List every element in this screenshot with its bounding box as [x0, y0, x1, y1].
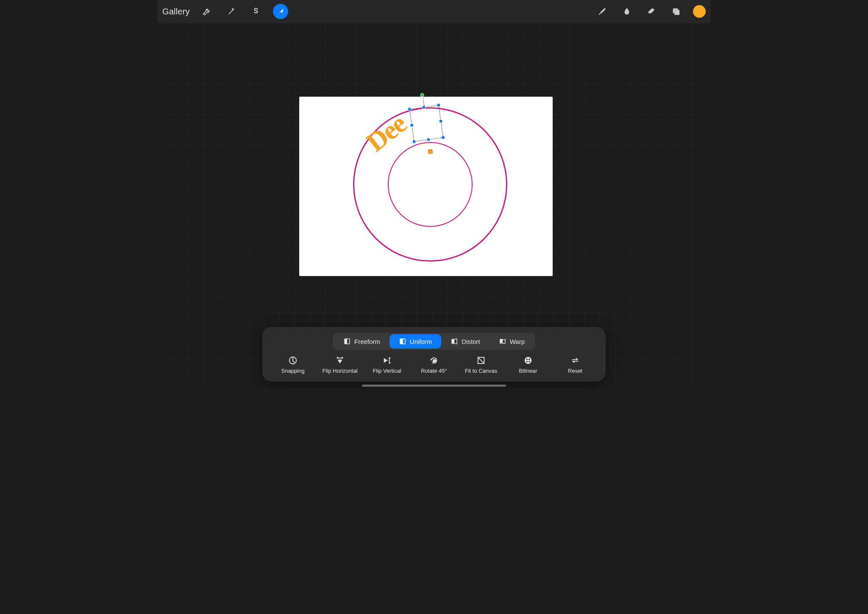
action-interpolation-bilinear[interactable]: Bilinear [507, 356, 549, 374]
layers-icon[interactable] [668, 4, 684, 19]
anchor-handle[interactable] [428, 149, 433, 154]
svg-point-14 [529, 361, 530, 363]
action-flip-h-label: Flip Horizontal [322, 368, 357, 374]
svg-point-13 [526, 361, 528, 363]
action-reset-label: Reset [568, 368, 582, 374]
handle-left[interactable] [410, 123, 414, 127]
transform-arrow-icon[interactable] [273, 4, 288, 19]
top-toolbar: Gallery [157, 0, 711, 23]
svg-rect-8 [433, 359, 436, 363]
action-flip-v-label: Flip Vertical [373, 368, 401, 374]
smudge-icon[interactable] [619, 4, 634, 19]
eraser-icon[interactable] [644, 4, 659, 19]
handle-top-left[interactable] [407, 107, 412, 112]
svg-rect-4 [345, 339, 347, 344]
svg-rect-6 [400, 339, 403, 344]
mode-freeform[interactable]: Freeform [334, 334, 389, 349]
home-indicator [362, 385, 506, 387]
selection-s-icon[interactable] [248, 4, 264, 19]
adjustments-wand-icon[interactable] [224, 4, 239, 19]
svg-point-10 [525, 357, 532, 364]
action-fit-to-canvas[interactable]: Fit to Canvas [460, 356, 502, 374]
artwork-inner-ring [388, 142, 473, 227]
svg-point-11 [526, 358, 528, 360]
actions-wrench-icon[interactable] [199, 4, 214, 19]
transform-mode-segmented: Freeform Uniform Distort Warp [333, 333, 535, 350]
mode-distort[interactable]: Distort [441, 334, 489, 349]
transform-panel: Freeform Uniform Distort Warp Snapping F… [262, 327, 606, 382]
brush-icon[interactable] [595, 4, 610, 19]
action-rotate-label: Rotate 45° [421, 368, 447, 374]
mode-freeform-label: Freeform [354, 338, 380, 345]
action-flip-horizontal[interactable]: Flip Horizontal [319, 356, 361, 374]
mode-uniform-label: Uniform [410, 338, 432, 345]
action-snapping-label: Snapping [281, 368, 305, 374]
gallery-button[interactable]: Gallery [162, 7, 190, 17]
color-swatch[interactable] [693, 5, 706, 18]
action-bilinear-label: Bilinear [519, 368, 537, 374]
mode-uniform[interactable]: Uniform [389, 334, 442, 349]
action-snapping[interactable]: Snapping [272, 356, 314, 374]
svg-rect-2 [674, 10, 679, 15]
handle-top[interactable] [422, 105, 426, 109]
transform-selection-box[interactable] [409, 105, 443, 142]
mode-warp[interactable]: Warp [490, 334, 534, 349]
action-reset[interactable]: Reset [554, 356, 596, 374]
mode-distort-label: Distort [462, 338, 480, 345]
mode-warp-label: Warp [510, 338, 525, 345]
action-flip-vertical[interactable]: Flip Vertical [366, 356, 408, 374]
transform-action-row: Snapping Flip Horizontal Flip Vertical R… [270, 356, 598, 374]
svg-point-12 [529, 358, 530, 360]
action-rotate-45[interactable]: Rotate 45° [413, 356, 455, 374]
action-fit-label: Fit to Canvas [465, 368, 498, 374]
